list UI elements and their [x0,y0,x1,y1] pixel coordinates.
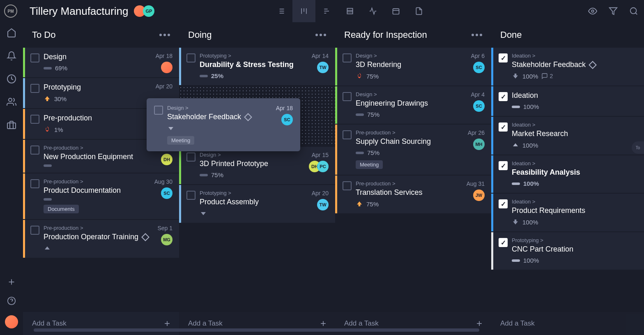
app-logo[interactable]: PM [4,5,17,18]
side-badge[interactable]: To [632,141,644,154]
task-card[interactable]: Design 69% Apr 18 [23,48,179,77]
task-checkbox[interactable] [499,122,508,132]
assignee-avatar[interactable]: SC [161,187,172,199]
plus-icon[interactable] [7,277,16,286]
assignee-avatar[interactable]: MG [161,234,172,245]
task-checkbox[interactable] [186,152,196,162]
dragging-card[interactable]: Design > Stakeholder Feedback Meeting Ap… [147,98,300,151]
current-user-avatar[interactable] [5,315,18,328]
task-card[interactable]: Pre-production > Product Documentation D… [23,173,179,219]
task-title: Stakeholder Feedback [512,60,637,69]
task-card[interactable]: Design > 3D Printed Prototype 75% Apr 15… [179,147,335,184]
column-menu-icon[interactable] [472,34,482,36]
task-card[interactable]: Design > 3D Rendering 75% Apr 6SC [335,48,491,85]
task-card[interactable]: Ideation > Market Research 100% [491,117,644,155]
task-checkbox[interactable] [343,92,352,101]
task-breadcrumb: Prototyping > [200,53,329,59]
task-checkbox[interactable] [30,226,39,235]
column-title: Done [500,30,522,40]
task-checkbox[interactable] [30,179,39,188]
task-checkbox[interactable] [186,191,196,200]
task-checkbox[interactable] [499,238,508,247]
assignee-avatar[interactable]: JW [473,189,485,201]
board-view-icon[interactable] [292,0,315,22]
task-card[interactable]: Design > Engineering Drawings 75% Apr 4S… [335,86,491,124]
task-checkbox[interactable] [343,53,352,62]
task-checkbox[interactable] [343,181,352,190]
home-icon[interactable] [7,28,16,38]
task-checkbox[interactable] [186,53,196,62]
view-switcher [269,0,430,22]
task-breadcrumb: Pre-production > [44,178,172,185]
task-checkbox[interactable] [30,146,39,155]
task-checkbox[interactable] [499,161,508,170]
task-tag[interactable]: Documents [44,205,79,213]
assignee-avatar[interactable]: MH [473,139,485,150]
project-title: Tillery Manufacturing [30,5,128,18]
search-icon[interactable] [629,7,638,16]
filter-icon[interactable] [609,7,618,16]
bell-icon[interactable] [7,51,16,61]
comment-badge[interactable]: 2 [541,73,553,79]
help-icon[interactable] [7,296,16,305]
task-checkbox[interactable] [30,53,39,62]
task-card[interactable]: Pre-production > Supply Chain Sourcing 7… [335,125,491,175]
assignee-avatar[interactable]: SC [473,100,485,112]
task-checkbox[interactable] [499,53,508,62]
assignee-avatar[interactable]: PC [317,161,329,172]
task-breadcrumb: Pre-production > [356,129,485,136]
horizontal-scrollbar[interactable] [34,328,636,332]
eye-icon[interactable] [588,7,597,16]
assignee-avatar[interactable]: SC [281,114,293,125]
sheet-view-icon[interactable] [338,0,361,22]
column-menu-icon[interactable] [159,34,170,36]
task-breadcrumb: Design > [200,152,329,158]
column-menu-icon[interactable] [315,34,326,36]
task-card[interactable]: Prototyping > Product Assembly Apr 20TW [179,185,335,223]
avatar-user-2[interactable]: GP [143,5,154,17]
assignee-avatar[interactable]: DH [161,154,172,165]
task-progress: 75% [367,149,380,156]
clock-icon[interactable] [7,74,16,84]
task-breadcrumb: Ideation > [512,199,637,205]
briefcase-icon[interactable] [7,120,16,130]
column-ready: Ready for Inspection Design > 3D Renderi… [335,22,491,335]
task-card[interactable]: Ideation > Product Requirements 100% [491,194,644,231]
header-avatars[interactable]: GP [136,5,154,17]
assignee-avatar[interactable] [161,62,172,73]
task-checkbox[interactable] [499,199,508,208]
task-card[interactable]: Pre-production > Production Operator Tra… [23,220,179,258]
task-checkbox[interactable] [30,115,39,124]
task-checkbox[interactable] [343,130,352,139]
task-progress: 100% [522,73,538,80]
column-title: Ready for Inspection [344,30,427,40]
priority-up-light-icon [44,245,51,252]
users-icon[interactable] [7,97,16,107]
plus-icon: + [476,318,482,329]
task-card[interactable]: Prototyping > CNC Part Creation 100% [491,232,644,270]
task-checkbox[interactable] [30,84,39,93]
svg-point-22 [9,98,12,102]
activity-view-icon[interactable] [361,0,384,22]
task-card[interactable]: Prototyping > Durability & Stress Testin… [179,48,335,85]
assignee-avatar[interactable]: TW [317,199,329,210]
column-title: To Do [32,30,55,40]
svg-point-19 [630,8,637,14]
task-progress: 75% [366,201,379,208]
gantt-view-icon[interactable] [315,0,338,22]
task-card[interactable]: Ideation > Stakeholder Feedback 100% 2 [491,48,644,85]
assignee-avatar[interactable]: TW [317,62,329,73]
task-checkbox[interactable] [499,92,508,101]
task-title: CNC Part Creation [512,245,637,254]
list-view-icon[interactable] [269,0,292,22]
task-checkbox[interactable] [154,106,163,115]
assignee-avatar[interactable]: SC [473,62,485,73]
calendar-view-icon[interactable] [384,0,407,22]
task-card[interactable]: Pre-production > Translation Services 75… [335,176,491,213]
task-tag[interactable]: Meeting [356,160,383,169]
task-tag[interactable]: Meeting [167,136,194,145]
files-view-icon[interactable] [407,0,430,22]
task-card[interactable]: Ideation > Feasibility Analysis 100% [491,155,644,193]
task-date: Apr 15 [312,152,329,158]
task-card[interactable]: Ideation 100% [491,86,644,116]
